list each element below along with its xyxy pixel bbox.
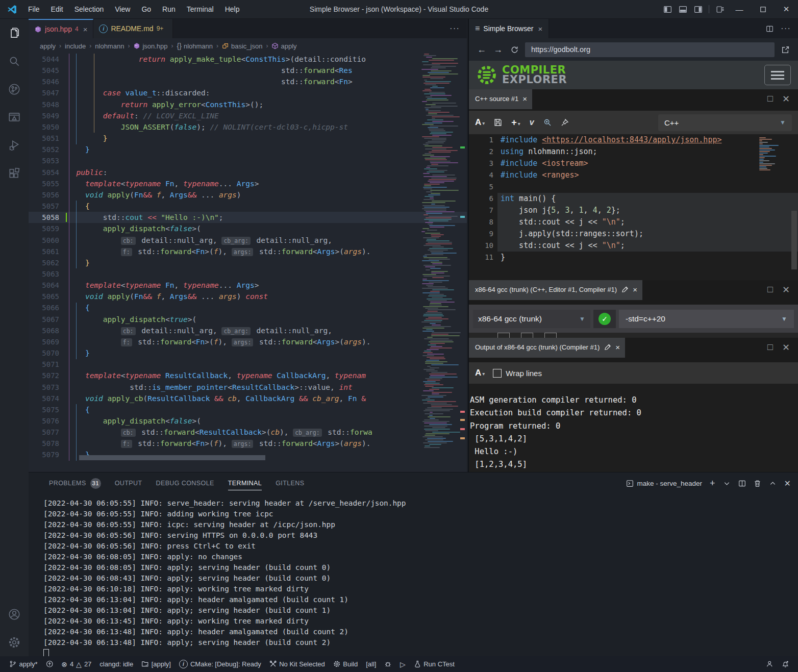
vim-mode-icon[interactable]: v bbox=[530, 118, 534, 127]
panel-tab-debug-console[interactable]: DEBUG CONSOLE bbox=[156, 472, 214, 494]
ce-code-line[interactable]: 2using nlohmann::json; bbox=[469, 146, 798, 158]
code-line[interactable]: 5075 { bbox=[29, 404, 467, 415]
toggle-panel-icon[interactable] bbox=[675, 5, 690, 14]
menu-run[interactable]: Run bbox=[157, 0, 181, 18]
menu-terminal[interactable]: Terminal bbox=[181, 0, 219, 18]
open-external-icon[interactable] bbox=[780, 45, 791, 54]
ce-code-line[interactable]: 9 j.apply(std::ranges::sort); bbox=[469, 228, 798, 240]
back-icon[interactable]: ← bbox=[476, 44, 487, 55]
status-cmake-project[interactable]: [apply] bbox=[137, 656, 175, 672]
menu-help[interactable]: Help bbox=[219, 0, 245, 18]
tab-cpp-source[interactable]: C++ source #1 × bbox=[469, 89, 532, 109]
forward-icon[interactable]: → bbox=[492, 44, 504, 55]
ce-code-line[interactable]: 10 std::cout << j << "\n"; bbox=[469, 240, 798, 252]
tab-json.hpp[interactable]: json.hpp4× bbox=[29, 19, 93, 38]
code-line[interactable]: 5051 } bbox=[29, 133, 467, 144]
maximize-pane-icon[interactable]: □ bbox=[767, 342, 773, 353]
status-feedback[interactable] bbox=[762, 656, 778, 672]
status-clangd-status[interactable]: clangd: idle bbox=[95, 656, 137, 672]
code-line[interactable]: 5062 } bbox=[29, 257, 467, 268]
more-actions-icon[interactable]: ··· bbox=[450, 19, 467, 38]
ce-code-line[interactable]: 6int main() { bbox=[469, 193, 798, 205]
breadcrumb-item-basic_json[interactable]: basic_json bbox=[222, 42, 262, 50]
menu-view[interactable]: View bbox=[109, 0, 136, 18]
terminal-instance-select[interactable]: make - serve_header bbox=[626, 480, 703, 487]
code-line[interactable]: 5053 bbox=[29, 155, 467, 166]
activity-run-debug-icon[interactable] bbox=[0, 131, 29, 159]
code-line[interactable]: 5068 cb: detail::null_arg, cb_arg: detai… bbox=[29, 325, 467, 336]
more-actions-icon[interactable]: ··· bbox=[781, 23, 791, 34]
language-select[interactable]: C++ ▼ bbox=[658, 114, 792, 131]
terminal-output[interactable]: [2022-04-30 06:05:55] INFO: serve_header… bbox=[43, 498, 793, 656]
code-line[interactable]: 5054 public: bbox=[29, 167, 467, 178]
panel-tab-problems[interactable]: PROBLEMS31 bbox=[49, 472, 101, 494]
reload-icon[interactable] bbox=[509, 45, 520, 54]
code-line[interactable]: 5052 } bbox=[29, 144, 467, 155]
code-line[interactable]: 5069 f: std::forward<Fn>(f), args: std::… bbox=[29, 336, 467, 347]
close-icon[interactable]: × bbox=[522, 94, 527, 103]
status-problems[interactable]: ⊗4△27 bbox=[57, 656, 95, 672]
compiler-select[interactable]: x86-64 gcc (trunk) ▼ bbox=[473, 310, 590, 328]
panel-tab-gitlens[interactable]: GITLENS bbox=[276, 472, 304, 494]
status-run-launch[interactable]: ▷ bbox=[396, 656, 410, 672]
minimize-button[interactable]: — bbox=[728, 0, 751, 18]
split-terminal-icon[interactable] bbox=[738, 480, 746, 487]
status-build-target[interactable]: [all] bbox=[362, 656, 380, 672]
new-terminal-icon[interactable]: + bbox=[710, 478, 715, 489]
close-panel-icon[interactable]: ✕ bbox=[784, 479, 791, 488]
ce-source-editor[interactable]: 1#include <https://localhost:8443/apply/… bbox=[469, 134, 798, 280]
close-icon[interactable]: × bbox=[615, 343, 620, 352]
save-icon[interactable] bbox=[494, 118, 502, 127]
status-git-branch[interactable]: apply* bbox=[5, 656, 42, 672]
code-line[interactable]: 5074 void apply_cb(ResultCallback && cb,… bbox=[29, 393, 467, 404]
breadcrumb-item-apply[interactable]: apply bbox=[40, 42, 56, 50]
maximize-pane-icon[interactable]: □ bbox=[767, 93, 773, 105]
breadcrumb[interactable]: apply›include›nlohmann›json.hpp›{}nlohma… bbox=[29, 38, 467, 54]
kill-terminal-icon[interactable] bbox=[754, 480, 761, 487]
status-debug-launch[interactable] bbox=[380, 656, 396, 672]
maximize-panel-icon[interactable] bbox=[769, 480, 777, 487]
compiler-options-input[interactable]: -std=c++20 ▼ bbox=[619, 310, 794, 328]
toggle-sidebar-icon[interactable] bbox=[660, 5, 675, 14]
tab-output-pane[interactable]: Output of x86-64 gcc (trunk) (Compiler #… bbox=[469, 338, 625, 358]
code-line[interactable]: 5058 std::cout << "Hello :-)\n"; bbox=[29, 212, 467, 223]
code-line[interactable]: 5066 { bbox=[29, 302, 467, 313]
close-icon[interactable]: × bbox=[83, 25, 88, 34]
activity-live-preview-icon[interactable] bbox=[0, 103, 29, 131]
tab-README.md[interactable]: iREADME.md9+ bbox=[93, 19, 173, 38]
close-pane-icon[interactable]: ✕ bbox=[782, 93, 790, 105]
code-line[interactable]: 5072 template<typename ResultCallback, t… bbox=[29, 370, 467, 381]
breadcrumb-item-nlohmann[interactable]: {}nlohmann bbox=[177, 42, 213, 50]
code-line[interactable]: 5073 std::is_member_pointer<ResultCallba… bbox=[29, 382, 467, 393]
code-line[interactable]: 5071 bbox=[29, 359, 467, 370]
ce-code-line[interactable]: 8 std::cout << j << "\n"; bbox=[469, 216, 798, 228]
status-cmake-build[interactable]: Build bbox=[329, 656, 362, 672]
customize-layout-icon[interactable] bbox=[712, 5, 728, 14]
activity-account-icon[interactable] bbox=[0, 600, 29, 628]
ce-code-line[interactable]: 7 json j{5, 3, 1, 4, 2}; bbox=[469, 205, 798, 216]
panel-tab-terminal[interactable]: TERMINAL bbox=[228, 472, 262, 494]
tab-simple-browser[interactable]: ≡ Simple Browser × bbox=[469, 19, 549, 38]
ce-code-line[interactable]: 1#include <https://localhost:8443/apply/… bbox=[469, 134, 798, 146]
code-line[interactable]: 5055 template<typename Fn, typename... A… bbox=[29, 178, 467, 189]
status-publish-changes[interactable] bbox=[42, 656, 58, 672]
rename-pencil-icon[interactable] bbox=[621, 286, 629, 293]
close-button[interactable]: ✕ bbox=[775, 0, 798, 18]
url-input[interactable]: https://godbolt.org bbox=[525, 42, 775, 57]
breadcrumb-item-apply[interactable]: apply bbox=[271, 42, 296, 50]
add-pane-button[interactable]: +▾ bbox=[511, 117, 520, 128]
code-editor[interactable]: 5044 return apply_make_tuple<ConstThis>(… bbox=[29, 54, 467, 461]
code-line[interactable]: 5061 f: std::forward<Fn>(f), args: std::… bbox=[29, 246, 467, 257]
menu-go[interactable]: Go bbox=[136, 0, 157, 18]
code-line[interactable]: 5065 void apply(Fn&& f, Args&& ... args)… bbox=[29, 291, 467, 302]
ce-code-line[interactable]: 4#include <ranges> bbox=[469, 169, 798, 181]
split-editor-icon[interactable] bbox=[766, 25, 774, 33]
code-line[interactable]: 5056 void apply(Fn&& f, Args&& ... args) bbox=[29, 189, 467, 201]
code-line[interactable]: 5060 cb: detail::null_arg, cb_arg: detai… bbox=[29, 235, 467, 246]
rename-pencil-icon[interactable] bbox=[604, 343, 611, 351]
font-size-button[interactable]: A▾ bbox=[475, 117, 485, 128]
breadcrumb-item-include[interactable]: include bbox=[65, 42, 86, 50]
ce-scrollbar[interactable] bbox=[791, 211, 797, 269]
code-line[interactable]: 5077 cb: std::forward<ResultCallback>(cb… bbox=[29, 427, 467, 438]
chevron-down-icon[interactable] bbox=[723, 480, 731, 487]
